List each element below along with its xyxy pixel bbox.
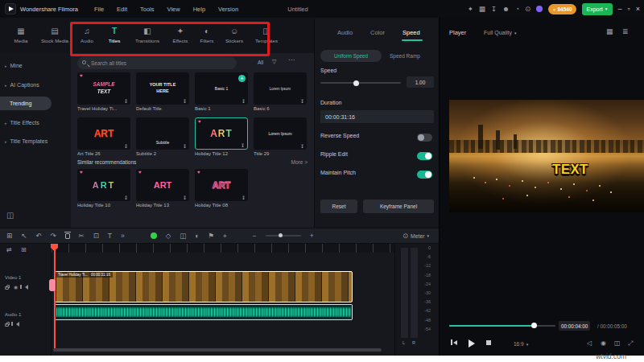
bell-icon[interactable]: ◔ <box>515 6 519 13</box>
tab-audio[interactable]: ♫ Audio <box>74 21 100 50</box>
volume-icon[interactable]: ◁ <box>587 340 592 347</box>
menu-help[interactable]: Help <box>193 6 205 13</box>
gift-icon[interactable]: ✦ <box>468 6 473 13</box>
more-tools-icon[interactable]: » <box>121 232 125 240</box>
link-clips-icon[interactable]: ⇄ <box>6 247 12 253</box>
properties-tab-color[interactable]: Color <box>370 29 385 36</box>
meter-dropdown[interactable]: ⊙ Meter ▾ <box>402 232 432 240</box>
avatar[interactable] <box>536 6 543 12</box>
quality-dropdown[interactable]: Full Quality ▾ <box>484 30 517 35</box>
timeline-zoom-slider[interactable] <box>266 235 301 237</box>
menu-version[interactable]: Version <box>218 6 238 13</box>
time-ruler[interactable] <box>52 244 394 253</box>
favorite-heart-icon[interactable]: ♥ <box>198 119 201 124</box>
skip-previous-button[interactable] <box>451 339 457 345</box>
tab-filters[interactable]: ◐ Filters <box>195 21 219 50</box>
favorite-heart-icon[interactable]: ♥ <box>197 170 200 175</box>
stop-button[interactable] <box>486 340 491 345</box>
zoom-in-icon[interactable]: + <box>310 232 314 240</box>
playhead[interactable] <box>54 244 56 348</box>
motion-track-icon[interactable]: ⌖ <box>223 232 227 240</box>
delete-icon[interactable] <box>65 233 70 239</box>
chroma-key-icon[interactable] <box>151 232 157 239</box>
download-icon[interactable]: ↧ <box>124 99 128 104</box>
aspect-ratio-dropdown[interactable]: 16:9 ▾ <box>514 341 528 347</box>
mute-icon[interactable] <box>16 322 19 327</box>
marker-icon[interactable]: ⚑ <box>208 232 214 240</box>
sidebar-item-mine[interactable]: ▸ Mine <box>0 59 71 72</box>
add-track-icon[interactable]: ⊞ <box>21 247 27 253</box>
redo-icon[interactable]: ↷ <box>50 232 56 240</box>
mask-icon[interactable]: ◐ <box>195 232 199 240</box>
title-thumb-holiday-title-10[interactable]: ART ♥ ↧ <box>77 169 130 201</box>
speed-slider[interactable] <box>320 82 401 84</box>
sidebar-item-title-effects[interactable]: ▸ Title Effects <box>0 116 71 130</box>
eye-icon[interactable]: ◉ <box>14 285 18 290</box>
keyframe-icon[interactable]: ◇ <box>166 232 171 240</box>
lock-icon[interactable] <box>5 286 9 290</box>
screen-record-icon[interactable]: ⊙ <box>525 6 530 13</box>
crop-icon[interactable]: ⊡ <box>93 232 99 240</box>
fullscreen-icon[interactable]: ⤢ <box>628 340 633 347</box>
lock-icon[interactable] <box>5 323 9 327</box>
favorite-heart-icon[interactable]: ♥ <box>80 170 83 175</box>
reverse-speed-toggle[interactable] <box>417 134 432 142</box>
sidebar-item-trending[interactable]: Trending <box>0 97 52 110</box>
download-icon[interactable]: ↧ <box>300 99 304 104</box>
display-adjust-icon[interactable]: ≣ <box>622 28 629 35</box>
title-thumb-art-title-26[interactable]: ART ↧ <box>77 117 130 150</box>
tab-effects[interactable]: ✦ Effects <box>167 21 193 50</box>
download-icon[interactable]: ↧ <box>124 144 128 149</box>
maintain-pitch-toggle[interactable] <box>417 171 432 179</box>
tab-stickers[interactable]: ☺ Stickers <box>221 21 248 50</box>
title-thumb-default-title[interactable]: YOUR TITLE HERE ↧ <box>136 72 189 105</box>
pip-icon[interactable]: ◫ <box>180 232 186 240</box>
maximize-button[interactable]: ▫ <box>628 6 630 13</box>
track-layout-icon[interactable]: ⊞ <box>6 232 12 240</box>
keyframe-panel-button[interactable]: Keyframe Panel <box>363 200 434 213</box>
clip-trim-handle[interactable] <box>49 279 56 291</box>
mute-icon[interactable] <box>25 285 28 290</box>
panel-layout-icon[interactable]: ▦ <box>606 28 613 35</box>
sidebar-item-title-templates[interactable]: ▸ Title Templates <box>0 134 71 148</box>
playback-progress-bar[interactable] <box>449 325 555 327</box>
download-icon[interactable]: ↧ <box>300 144 304 149</box>
duration-value-field[interactable]: 00:00:31:16 <box>320 110 434 123</box>
audio-clip[interactable] <box>55 304 353 320</box>
title-thumb-basic-1[interactable]: Basic 1 + ↧ <box>195 72 248 105</box>
tab-titles[interactable]: T Titles <box>101 21 127 50</box>
download-icon[interactable]: ↧ <box>491 6 497 13</box>
timeline-scrollbar[interactable] <box>53 348 382 352</box>
title-thumb-holiday-title-08[interactable]: ART ♥ ↧ <box>195 169 248 201</box>
download-icon[interactable]: ↧ <box>241 143 245 148</box>
uniform-speed-tab[interactable]: Uniform Speed <box>320 50 382 62</box>
select-tool-icon[interactable]: ↖ <box>21 232 27 240</box>
menu-edit[interactable]: Edit <box>117 6 127 13</box>
add-to-timeline-button[interactable]: + <box>238 75 246 82</box>
download-icon[interactable]: ↧ <box>183 195 187 200</box>
filter-all-button[interactable]: All <box>258 60 263 65</box>
more-link[interactable]: More > <box>274 159 308 165</box>
layout-icon[interactable]: ▦ <box>479 6 485 13</box>
download-icon[interactable]: ↧ <box>242 195 246 200</box>
download-icon[interactable]: ↧ <box>183 144 187 149</box>
title-thumb-subtitle-2[interactable]: Subtitle ↧ <box>136 117 189 150</box>
snapshot-icon[interactable]: ◉ <box>601 340 606 347</box>
speed-value-field[interactable]: 1.00 <box>407 76 434 88</box>
properties-tab-speed[interactable]: Speed <box>402 29 420 36</box>
title-thumb-holiday-title-12-selected[interactable]: ART ♥ ↧ <box>195 117 248 150</box>
undo-icon[interactable]: ↶ <box>35 232 41 240</box>
speed-ramp-tab[interactable]: Speed Ramp <box>390 53 420 59</box>
speed-slider-handle[interactable] <box>353 80 359 86</box>
progress-handle[interactable] <box>531 323 537 328</box>
filter-funnel-icon[interactable]: ▽ <box>272 59 276 65</box>
video-clip[interactable]: Travel Holiday Ti... 00:00:31:16 <box>55 271 353 302</box>
title-thumb-basic-6[interactable]: Lorem Ipsum ↧ <box>254 72 307 105</box>
zoom-out-icon[interactable]: − <box>253 232 257 240</box>
close-button[interactable]: × <box>636 6 640 13</box>
reset-button[interactable]: Reset <box>320 200 357 213</box>
search-bar[interactable] <box>77 57 237 69</box>
title-thumb-travel-holiday[interactable]: SAMPLE TEXT ♥ ↧ <box>77 72 130 105</box>
tab-transitions[interactable]: ◧ Transitions <box>129 21 166 50</box>
title-thumb-title-29[interactable]: Lorem Ipsum ↧ <box>254 117 307 150</box>
